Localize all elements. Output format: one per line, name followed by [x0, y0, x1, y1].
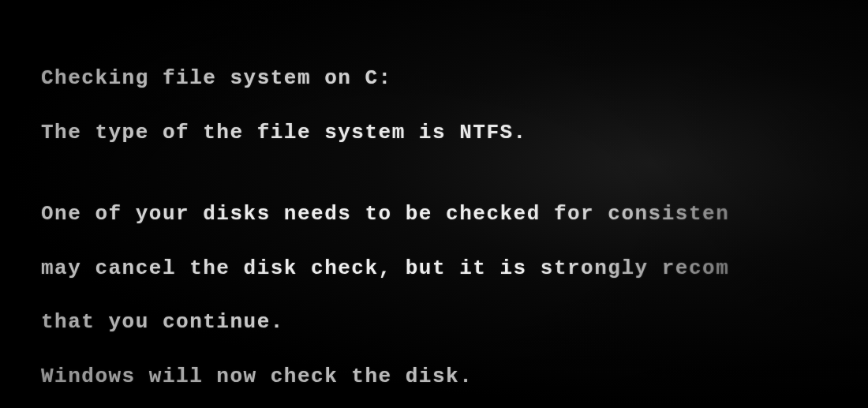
boot-console-output: Checking file system on C: The type of t… [41, 38, 868, 408]
console-line: One of your disks needs to be checked fo… [41, 200, 868, 227]
console-line: may cancel the disk check, but it is str… [41, 255, 868, 282]
console-line: that you continue. [41, 309, 868, 335]
console-line: Checking file system on C: [41, 65, 868, 92]
console-line: Windows will now check the disk. [41, 363, 868, 390]
console-line: The type of the file system is NTFS. [41, 119, 868, 146]
